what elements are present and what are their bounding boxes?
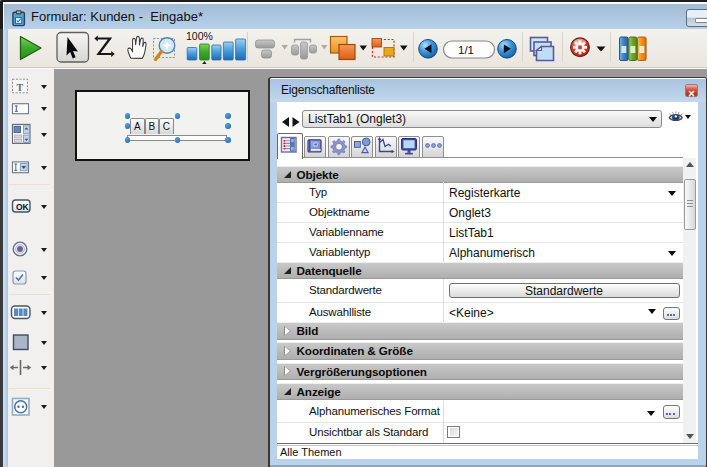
svg-text:OK: OK <box>16 202 30 212</box>
svg-text:T: T <box>17 82 24 93</box>
svg-text:1/1: 1/1 <box>458 44 474 56</box>
svg-text:100%: 100% <box>186 30 213 42</box>
